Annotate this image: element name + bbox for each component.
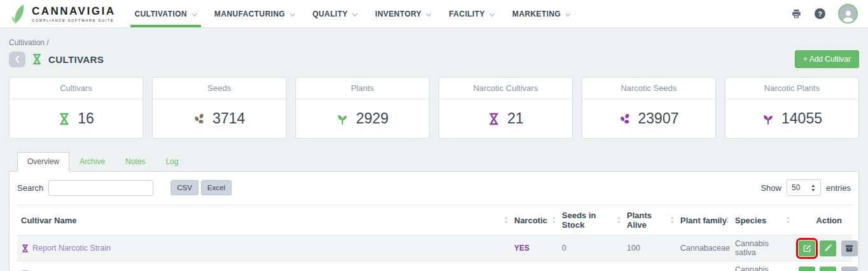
stat-card-narcotic-cultivars: Narcotic Cultivars 21: [438, 77, 573, 139]
stat-card-value: 21: [507, 110, 524, 127]
main-nav: CULTIVATION MANUFACTURING QUALITY INVENT…: [134, 0, 588, 27]
nav-item-cultivation[interactable]: CULTIVATION: [134, 0, 197, 27]
excel-button[interactable]: Excel: [201, 180, 232, 195]
column-header-plants-alive[interactable]: Plants Alive: [623, 205, 676, 235]
stat-card-label: Narcotic Cultivars: [439, 78, 572, 99]
search-input[interactable]: [48, 180, 153, 196]
stat-card-narcotic-plants: Narcotic Plants 14055: [725, 77, 859, 139]
nav-label: MARKETING: [512, 10, 561, 18]
cultivars-table: Cultivar Name Narcotic Seeds in Stock Pl…: [17, 205, 852, 271]
sort-icon: [552, 217, 556, 224]
tab-overview[interactable]: Overview: [17, 152, 69, 172]
stat-card-narcotic-seeds: Narcotic Seeds 23907: [582, 77, 716, 139]
chevron-down-icon: [352, 11, 358, 17]
species-cell: Cannabis sativa: [731, 261, 792, 271]
chevron-down-icon: [565, 11, 571, 17]
archive-button[interactable]: [841, 267, 858, 271]
stat-card-label: Seeds: [153, 78, 286, 99]
search-label: Search: [17, 183, 43, 193]
back-button[interactable]: [9, 52, 25, 67]
page-content: Cultivation / CULTIVARS + Add Cultivar C…: [0, 38, 868, 271]
leaf-logo-icon: [10, 4, 27, 24]
nav-item-marketing[interactable]: MARKETING: [512, 0, 571, 27]
help-icon[interactable]: ?: [815, 8, 825, 19]
nav-item-inventory[interactable]: INVENTORY: [375, 0, 431, 27]
dna-icon: [58, 113, 71, 125]
stat-card-label: Narcotic Plants: [725, 78, 858, 99]
cultivar-name-link[interactable]: Report Narcotic Strain: [21, 244, 507, 253]
edit-icon: [803, 244, 811, 253]
sort-icon: [786, 217, 790, 224]
stat-card-plants: Plants 2929: [295, 77, 430, 139]
add-cultivar-button[interactable]: + Add Cultivar: [795, 50, 859, 68]
seeds-in-stock-cell: 0: [558, 235, 623, 261]
plants-alive-cell: 100: [623, 235, 676, 261]
tab-log[interactable]: Log: [155, 152, 188, 171]
nav-label: FACILITY: [449, 10, 485, 18]
column-label: Cultivar Name: [21, 216, 76, 225]
species-cell: Cannabis sativa: [731, 235, 792, 261]
column-label: Plant family: [680, 216, 727, 225]
pencil-icon: [824, 244, 832, 252]
stat-card-value: 14055: [781, 110, 822, 127]
nav-item-manufacturing[interactable]: MANUFACTURING: [214, 0, 295, 27]
sort-icon: [725, 217, 729, 224]
stat-card-label: Cultivars: [10, 78, 143, 99]
brand-logo[interactable]: CANNAVIGIA COMPLIANCE SOFTWARE SUITE: [10, 4, 115, 24]
column-header-narcotic[interactable]: Narcotic: [510, 205, 558, 235]
show-label: Show: [760, 183, 781, 193]
archive-button[interactable]: [841, 240, 858, 256]
dna-icon: [31, 53, 43, 65]
seeds-icon: [193, 113, 206, 125]
column-header-seeds-in-stock[interactable]: Seeds in Stock: [558, 205, 623, 235]
printer-icon[interactable]: [791, 9, 802, 19]
action-cell: [792, 261, 852, 271]
dna-icon: [487, 113, 500, 125]
nav-item-facility[interactable]: FACILITY: [449, 0, 495, 27]
column-header-plant-family[interactable]: Plant family: [676, 205, 731, 235]
page-title: CULTIVARS: [48, 54, 104, 65]
pencil-button[interactable]: [820, 240, 836, 256]
narcotic-cell: YES: [510, 261, 558, 271]
cultivar-name-text: Report Narcotic Strain: [32, 244, 111, 253]
person-icon: [841, 10, 855, 22]
column-header-species[interactable]: Species: [731, 205, 792, 235]
stat-card-label: Plants: [296, 78, 429, 99]
sort-icon: [504, 217, 508, 224]
column-label: Plants Alive: [627, 211, 652, 230]
dna-icon: [21, 244, 29, 253]
stat-card-label: Narcotic Seeds: [582, 78, 715, 99]
archive-icon: [845, 244, 853, 253]
page-size-group: Show 50 entries: [760, 179, 851, 196]
nav-label: MANUFACTURING: [214, 10, 285, 18]
table-panel: Search CSV Excel Show 50 entries: [9, 171, 859, 271]
table-header-row: Cultivar Name Narcotic Seeds in Stock Pl…: [17, 205, 852, 235]
select-arrows-icon: [811, 184, 816, 191]
title-row: CULTIVARS + Add Cultivar: [9, 50, 859, 68]
nav-label: INVENTORY: [375, 10, 421, 18]
narcotic-cell: YES: [510, 235, 558, 261]
chevron-down-icon: [192, 11, 197, 17]
stat-card-seeds: Seeds 3714: [152, 77, 286, 139]
page-size-select[interactable]: 50: [787, 179, 821, 196]
nav-label: CULTIVATION: [134, 10, 186, 18]
stat-card-value: 23907: [638, 110, 679, 127]
pencil-button[interactable]: [820, 267, 836, 271]
table-row: Report Narcotic Strain YES 0 100 Cannaba…: [17, 235, 852, 261]
tab-notes[interactable]: Notes: [115, 152, 155, 171]
user-avatar[interactable]: [838, 4, 858, 24]
plants-alive-cell: -: [623, 261, 676, 271]
sort-icon: [670, 217, 675, 224]
stats-cards: Cultivars 16 Seeds 3714 Plants: [9, 77, 859, 139]
plant-family-cell: Cannabaceae: [676, 235, 731, 261]
csv-button[interactable]: CSV: [171, 180, 199, 195]
chevron-down-icon: [426, 11, 431, 17]
tab-archive[interactable]: Archive: [69, 152, 115, 171]
column-header-cultivar-name[interactable]: Cultivar Name: [17, 205, 510, 235]
nav-item-quality[interactable]: QUALITY: [312, 0, 358, 27]
brand-name: CANNAVIGIA: [32, 6, 115, 17]
edit-button[interactable]: [799, 267, 815, 271]
brand-tagline: COMPLIANCE SOFTWARE SUITE: [32, 18, 115, 22]
chevron-down-icon: [290, 11, 295, 17]
edit-button[interactable]: [799, 240, 815, 256]
